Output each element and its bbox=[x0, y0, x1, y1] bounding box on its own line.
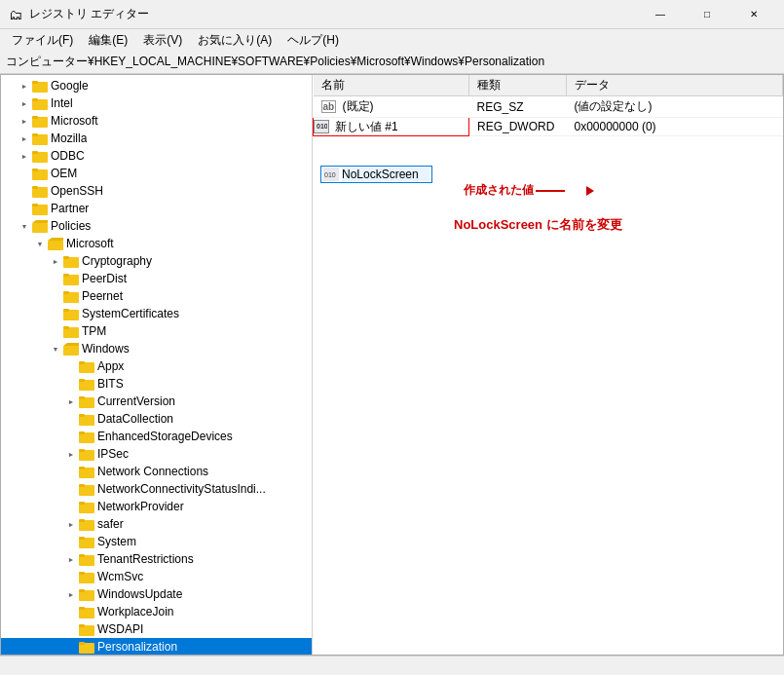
tree-item-networkconnstatus[interactable]: NetworkConnectivityStatusIndi... bbox=[1, 480, 312, 498]
tree-item-datacollection[interactable]: DataCollection bbox=[1, 410, 312, 428]
tree-item-peernet[interactable]: Peernet bbox=[1, 287, 312, 305]
tree-label: Intel bbox=[51, 96, 73, 110]
tree-label: Partner bbox=[51, 202, 89, 215]
tree-item-intel[interactable]: Intel bbox=[1, 94, 312, 112]
tree-item-appx[interactable]: Appx bbox=[1, 357, 312, 375]
type-cell: REG_DWORD bbox=[469, 118, 567, 136]
tree-item-currentversion[interactable]: CurrentVersion bbox=[1, 393, 312, 410]
tree-item-windowsupdate[interactable]: WindowsUpdate bbox=[1, 585, 312, 603]
annotation-created: 作成された値 bbox=[464, 182, 534, 199]
tree-item-windows[interactable]: Windows bbox=[1, 340, 312, 357]
tree-label: Windows bbox=[82, 342, 130, 356]
tree-item-networkprovider[interactable]: NetworkProvider bbox=[1, 498, 312, 515]
svg-rect-62 bbox=[79, 607, 85, 610]
tree-label: EnhancedStorageDevices bbox=[97, 430, 233, 443]
menu-file[interactable]: ファイル(F) bbox=[4, 30, 81, 51]
tree-item-personalization[interactable]: Personalization bbox=[1, 638, 312, 655]
svg-rect-8 bbox=[32, 133, 38, 136]
tree-item-enhancedstorage[interactable]: EnhancedStorageDevices bbox=[1, 428, 312, 445]
svg-rect-36 bbox=[79, 379, 85, 382]
tree-item-partner[interactable]: Partner bbox=[1, 200, 312, 217]
tree-item-openssh[interactable]: OpenSSH bbox=[1, 182, 312, 200]
tree-item-safer[interactable]: safer bbox=[1, 515, 312, 533]
tree-label: WindowsUpdate bbox=[97, 587, 182, 601]
expand-policies[interactable] bbox=[17, 218, 32, 234]
tree-item-google[interactable]: Google bbox=[1, 77, 312, 94]
svg-rect-2 bbox=[32, 81, 38, 84]
folder-icon bbox=[79, 482, 94, 496]
folder-icon bbox=[32, 184, 48, 198]
expand-microsoft-sw[interactable] bbox=[17, 113, 32, 129]
tree-item-system[interactable]: System bbox=[1, 533, 312, 550]
menu-favorites[interactable]: お気に入り(A) bbox=[190, 30, 280, 51]
tree-item-tpm[interactable]: TPM bbox=[1, 322, 312, 340]
rename-row[interactable]: 010 bbox=[320, 166, 432, 183]
expand-mozilla[interactable] bbox=[17, 131, 32, 146]
tree-item-peerdist[interactable]: PeerDist bbox=[1, 270, 312, 287]
tree-item-oem[interactable]: OEM bbox=[1, 165, 312, 182]
tree-pane[interactable]: Google Intel Microsoft Mozilla bbox=[1, 75, 313, 655]
window-title: レジストリ エディター bbox=[29, 6, 638, 22]
tree-label: OpenSSH bbox=[51, 184, 103, 198]
close-button[interactable]: ✕ bbox=[731, 0, 776, 29]
maximize-button[interactable]: □ bbox=[685, 0, 729, 29]
tree-label: Mozilla bbox=[51, 131, 87, 145]
tree-item-networkconnections[interactable]: Network Connections bbox=[1, 463, 312, 480]
table-row[interactable]: ab (既定) REG_SZ (値の設定なし) bbox=[314, 96, 783, 118]
expand-currentversion[interactable] bbox=[63, 394, 79, 409]
tree-item-bits[interactable]: BITS bbox=[1, 375, 312, 393]
title-bar: 🗂 レジストリ エディター — □ ✕ bbox=[0, 0, 784, 29]
folder-icon-open bbox=[48, 237, 63, 250]
minimize-button[interactable]: — bbox=[638, 0, 683, 29]
expand-ipsec[interactable] bbox=[63, 446, 79, 462]
tree-label: TPM bbox=[82, 324, 106, 338]
svg-rect-30 bbox=[63, 326, 69, 329]
main-content: Google Intel Microsoft Mozilla bbox=[0, 74, 784, 656]
svg-rect-4 bbox=[32, 98, 38, 101]
tree-item-wsdapi[interactable]: WSDAPI bbox=[1, 620, 312, 638]
folder-icon bbox=[79, 535, 94, 548]
folder-icon bbox=[32, 114, 48, 128]
name-edit-input[interactable] bbox=[331, 119, 409, 134]
right-pane: 名前 種類 データ ab (既定) REG_SZ (値の設定なし) bbox=[313, 75, 783, 655]
window-controls: — □ ✕ bbox=[638, 0, 776, 29]
tree-item-policies-microsoft[interactable]: Microsoft bbox=[1, 235, 312, 252]
expand-windowsupdate[interactable] bbox=[63, 586, 79, 602]
tree-label: ODBC bbox=[51, 149, 85, 163]
svg-rect-44 bbox=[79, 449, 85, 452]
folder-icon bbox=[79, 394, 94, 408]
tree-item-systemcerts[interactable]: SystemCertificates bbox=[1, 305, 312, 322]
tree-item-odbc[interactable]: ODBC bbox=[1, 147, 312, 165]
expand-intel[interactable] bbox=[17, 95, 32, 111]
tree-item-tenantrestrictions[interactable]: TenantRestrictions bbox=[1, 550, 312, 568]
name-edit-cell[interactable]: 010 bbox=[314, 118, 469, 136]
folder-icon bbox=[32, 79, 48, 93]
expand-policies-microsoft[interactable] bbox=[32, 236, 48, 251]
tree-item-policies[interactable]: Policies bbox=[1, 217, 312, 235]
folder-icon bbox=[32, 149, 48, 163]
expand-windows[interactable] bbox=[48, 341, 63, 356]
tree-item-workplacejoin[interactable]: WorkplaceJoin bbox=[1, 603, 312, 620]
tree-item-cryptography[interactable]: Cryptography bbox=[1, 252, 312, 270]
address-path: コンピューター¥HKEY_LOCAL_MACHINE¥SOFTWARE¥Poli… bbox=[6, 54, 544, 70]
annotation-rename: NoLockScreen に名前を変更 bbox=[454, 216, 622, 234]
tree-item-ipsec[interactable]: IPSec bbox=[1, 445, 312, 463]
expand-odbc[interactable] bbox=[17, 148, 32, 164]
expand-google[interactable] bbox=[17, 78, 32, 94]
tree-item-mozilla[interactable]: Mozilla bbox=[1, 130, 312, 147]
tree-label: Microsoft bbox=[51, 114, 98, 128]
expand-tenantrestrictions[interactable] bbox=[63, 551, 79, 567]
tree-item-wcmsvc[interactable]: WcmSvc bbox=[1, 568, 312, 585]
expand-cryptography[interactable] bbox=[48, 253, 63, 269]
tree-item-microsoft[interactable]: Microsoft bbox=[1, 112, 312, 130]
menu-edit[interactable]: 編集(E) bbox=[81, 30, 135, 51]
svg-rect-46 bbox=[79, 467, 85, 469]
menu-help[interactable]: ヘルプ(H) bbox=[280, 30, 347, 51]
rename-input[interactable] bbox=[342, 168, 429, 181]
tree-label: Google bbox=[51, 79, 89, 93]
svg-marker-20 bbox=[48, 238, 63, 241]
menu-view[interactable]: 表示(V) bbox=[135, 30, 190, 51]
expand-safer[interactable] bbox=[63, 516, 79, 532]
folder-icon bbox=[79, 640, 94, 654]
table-row-editing[interactable]: 010 REG_DWORD 0x00000000 (0) bbox=[314, 118, 783, 136]
